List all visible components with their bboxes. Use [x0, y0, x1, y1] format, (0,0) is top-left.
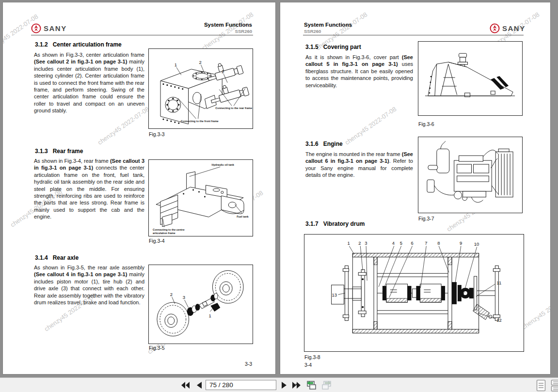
svg-text:11: 11 — [496, 280, 501, 285]
last-page-button[interactable] — [291, 379, 303, 391]
svg-text:Connecting to the front frame: Connecting to the front frame — [181, 120, 219, 123]
single-page-layout-button[interactable] — [536, 379, 546, 392]
figure-3-3: 1 2 2 Connecting to the rear frame Conne… — [148, 48, 253, 129]
previous-view-icon — [305, 380, 317, 391]
svg-text:articulation frame: articulation frame — [153, 232, 175, 235]
svg-text:3: 3 — [183, 295, 185, 300]
previous-page-icon — [196, 381, 202, 389]
sany-logo-text: SANY — [44, 24, 67, 32]
figure-3-8: 1 2 3 4 5 6 7 8 9 10 11 12 13 — [304, 234, 524, 352]
section-heading-3-1-5: 3.1.5Covering part — [305, 44, 361, 50]
svg-text:8: 8 — [437, 240, 440, 246]
document-page-left: chenzy45 2022-07-08 chenzy45 2022-07-08 … — [3, 2, 275, 374]
svg-text:Connecting to the rear frame: Connecting to the rear frame — [215, 107, 252, 110]
figure-3-3-drawing: 1 2 2 Connecting to the rear frame Conne… — [149, 49, 253, 128]
figure-3-7 — [418, 137, 523, 213]
previous-view-button[interactable] — [305, 379, 317, 391]
sany-logo-icon — [31, 23, 41, 33]
svg-text:2: 2 — [222, 69, 224, 74]
figure-3-3-caption: Fig.3-3 — [149, 131, 165, 137]
svg-text:13: 13 — [332, 292, 337, 298]
svg-text:12: 12 — [496, 317, 502, 323]
page-number-field — [206, 380, 276, 390]
figure-3-7-drawing — [418, 137, 522, 213]
next-view-button[interactable] — [321, 379, 333, 391]
svg-text:2: 2 — [199, 60, 202, 65]
svg-text:1: 1 — [208, 313, 211, 318]
section-heading-3-1-4: 3.1.4Rear axle — [35, 254, 79, 261]
header-title: System Functions — [304, 22, 352, 28]
figure-3-6-drawing — [418, 42, 522, 115]
continuous-page-layout-button[interactable] — [550, 379, 558, 392]
svg-text:2: 2 — [170, 292, 173, 297]
single-page-layout-icon — [536, 379, 546, 392]
svg-text:Hydraulic oil tank: Hydraulic oil tank — [211, 163, 234, 166]
last-page-icon — [292, 381, 302, 389]
figure-3-8-caption: Fig.3-8 — [304, 354, 320, 360]
section-paragraph-3-1-2: As shown in Fig.3-3, center articulation… — [34, 51, 144, 114]
svg-text:5: 5 — [400, 240, 402, 246]
svg-text:6: 6 — [411, 240, 414, 246]
document-page-right: chenzy45 2022-07-08 chenzy45 2022-07-08 … — [280, 2, 550, 374]
first-page-icon — [180, 381, 190, 389]
viewer-toolbar — [0, 377, 558, 392]
figure-3-5-drawing: 2 3 1 — [149, 265, 253, 344]
section-paragraph-3-1-3: As shown in Fig.3-4, rear frame (See cal… — [34, 157, 144, 220]
figure-3-4: Hydraulic oil tank Fuel tank Connecting … — [148, 159, 253, 236]
section-paragraph-3-1-4: As shown in Fig.3-5, the rear axle assem… — [34, 264, 144, 306]
section-heading-3-1-3: 3.1.3Rear frame — [35, 148, 83, 155]
next-page-button[interactable] — [278, 379, 290, 391]
svg-text:Connecting to the centre: Connecting to the centre — [153, 228, 185, 231]
section-heading-3-1-6: 3.1.6Engine — [305, 141, 343, 147]
header-model: SSR260 — [235, 29, 252, 34]
sany-logo-icon — [490, 23, 500, 33]
header-rule — [31, 35, 253, 35]
header-rule — [303, 35, 524, 35]
page-number-left: 3-3 — [245, 361, 252, 367]
figure-3-6 — [418, 41, 523, 116]
figure-3-4-drawing: Hydraulic oil tank Fuel tank Connecting … — [149, 160, 253, 236]
section-heading-3-1-2: 3.1.2Center articulation frame — [35, 41, 122, 48]
svg-text:Fuel tank: Fuel tank — [237, 215, 249, 218]
figure-3-5-caption: Fig.3-5 — [149, 345, 165, 351]
figure-3-6-caption: Fig.3-6 — [418, 121, 434, 127]
first-page-button[interactable] — [179, 379, 191, 391]
figure-3-4-caption: Fig.3-4 — [149, 238, 165, 244]
sany-logo-text: SANY — [502, 24, 526, 32]
figure-3-8-drawing: 1 2 3 4 5 6 7 8 9 10 11 12 13 — [304, 235, 524, 351]
sany-logo: SANY — [490, 23, 526, 33]
section-heading-3-1-7: 3.1.7Vibratory drum — [305, 220, 365, 227]
header-model: SSR260 — [304, 29, 321, 34]
next-page-icon — [281, 381, 287, 389]
figure-3-7-caption: Fig.3-7 — [418, 216, 434, 221]
svg-text:1: 1 — [347, 240, 350, 246]
pdf-viewer: { "watermark": { "text": "chenzy45 2022-… — [0, 0, 558, 392]
svg-text:10: 10 — [474, 241, 479, 247]
watermark: chenzy45 2022-07-08 — [521, 290, 550, 330]
watermark: chenzy45 2022-07-08 — [344, 105, 398, 146]
svg-text:3: 3 — [365, 240, 367, 246]
previous-page-button[interactable] — [193, 379, 205, 391]
header-title: System Functions — [204, 22, 252, 28]
svg-text:7: 7 — [425, 240, 427, 246]
continuous-page-layout-icon — [551, 379, 558, 392]
section-paragraph-3-1-5: As it is shown in Fig.3-6, cover part (S… — [305, 54, 413, 89]
figure-3-5: 2 3 1 — [148, 265, 253, 344]
page-number-right: 3-4 — [304, 362, 312, 368]
section-paragraph-3-1-6: The engine is mounted in the rear frame … — [305, 151, 413, 179]
svg-text:2: 2 — [358, 240, 361, 246]
next-view-icon — [321, 380, 333, 391]
svg-text:9: 9 — [460, 240, 462, 246]
svg-text:4: 4 — [392, 240, 395, 246]
svg-text:1: 1 — [175, 62, 177, 67]
sany-logo: SANY — [31, 23, 67, 33]
